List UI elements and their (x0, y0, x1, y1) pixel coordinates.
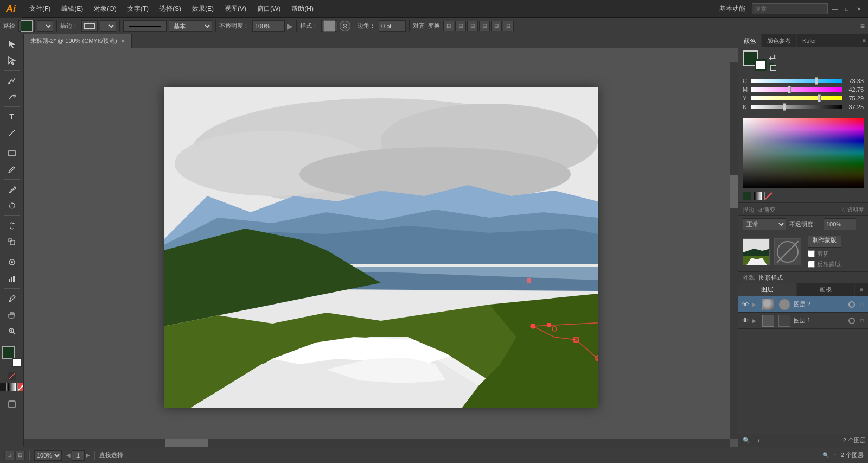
solid-fill-button[interactable] (743, 192, 751, 200)
opacity-up-icon[interactable]: ▶ (287, 22, 293, 30)
align-bottom-icon[interactable]: ⊟ (503, 21, 514, 31)
artboard-tool[interactable] (2, 396, 22, 411)
gradient-sub-tab[interactable]: ◁ 渐变 (758, 206, 775, 214)
gradient-fill-button[interactable] (754, 192, 762, 200)
layer-2-expand-icon[interactable]: ▶ (752, 302, 759, 307)
menu-view[interactable]: 视图(V) (219, 0, 252, 18)
rectangle-tool[interactable] (2, 145, 22, 161)
make-mask-button[interactable]: 制作蒙版 (808, 236, 841, 248)
cyan-track[interactable] (751, 79, 842, 83)
none-fill-button[interactable] (764, 192, 773, 200)
yellow-thumb[interactable] (818, 94, 821, 102)
document-tab-active[interactable]: 未标题-2* @ 100% (CMYK/预览) ✕ (24, 34, 132, 48)
cyan-thumb[interactable] (815, 77, 818, 85)
direct-selection-tool[interactable] (2, 53, 22, 68)
layer-1-expand-icon[interactable]: ▶ (752, 318, 759, 324)
color-spectrum[interactable] (743, 118, 864, 188)
lasso-tool[interactable] (2, 198, 22, 213)
menu-text[interactable]: 文字(T) (122, 0, 154, 18)
layer-row-2[interactable]: 👁 ▶ 图层 2 □ (738, 296, 868, 313)
align-middle-icon[interactable]: ⊟ (491, 21, 502, 31)
symbol-tool[interactable] (2, 255, 22, 270)
zoom-select[interactable]: 100% (34, 450, 62, 461)
magenta-track[interactable] (751, 87, 842, 92)
layer-1-lock-icon[interactable]: □ (858, 317, 866, 325)
layers-find-icon[interactable]: 🔍 (741, 437, 752, 444)
new-layer-icon[interactable]: + (755, 437, 762, 444)
layer-1-target-icon[interactable] (848, 318, 855, 324)
vertical-scrollbar[interactable] (730, 62, 738, 439)
eyedropper-tool[interactable] (2, 291, 22, 306)
horizontal-scrollbar-thumb[interactable] (165, 439, 208, 447)
black-track[interactable] (751, 105, 842, 109)
layers-tab[interactable]: 图层 (738, 283, 797, 296)
panel-menu-icon[interactable]: ≡ (863, 37, 866, 43)
kuler-tab[interactable]: Kuler (797, 34, 822, 47)
align-top-icon[interactable]: ⊟ (479, 21, 490, 31)
color-tab[interactable]: 颜色 (738, 34, 762, 47)
menu-edit[interactable]: 编辑(E) (56, 0, 88, 18)
yellow-track[interactable] (751, 96, 842, 100)
vertical-scrollbar-thumb[interactable] (730, 175, 738, 208)
statusbar-icon-1[interactable]: □ (4, 451, 14, 460)
selection-tool[interactable] (2, 36, 22, 52)
menu-file[interactable]: 文件(F) (24, 0, 56, 18)
stroke-color-button[interactable] (81, 20, 98, 32)
horizontal-scrollbar[interactable] (24, 439, 730, 447)
corner-input[interactable] (379, 20, 406, 32)
search-input[interactable] (752, 3, 828, 14)
opacity-value-input[interactable] (824, 218, 856, 230)
reset-colors-icon[interactable] (769, 63, 776, 71)
zoom-tool[interactable] (2, 324, 22, 339)
none-fill-icon[interactable] (17, 383, 24, 391)
layer-1-visibility-icon[interactable]: 👁 (741, 316, 750, 326)
black-thumb[interactable] (783, 103, 786, 111)
line-tool[interactable] (2, 125, 22, 141)
statusbar-icon-2[interactable]: ⊟ (15, 451, 25, 460)
align-left-icon[interactable]: ⊟ (443, 21, 454, 31)
fill-color-swatch[interactable] (2, 346, 15, 359)
pen-tool[interactable] (2, 73, 22, 88)
swap-colors-icon[interactable]: ⇄ (769, 52, 776, 62)
gradient-icon[interactable] (8, 383, 16, 391)
clip-checkbox[interactable] (808, 250, 815, 257)
column-graph-tool[interactable] (2, 271, 22, 286)
curvature-tool[interactable] (2, 89, 22, 104)
layer-2-lock-icon[interactable]: □ (858, 301, 866, 308)
statusbar-layers-icon[interactable]: ≡ (833, 452, 837, 458)
next-page-icon[interactable]: ▶ (86, 452, 90, 458)
layer-row-1[interactable]: 👁 ▶ 图层 1 □ (738, 313, 868, 329)
stroke-type-select[interactable] (100, 20, 116, 32)
prev-page-icon[interactable]: ◀ (66, 452, 71, 458)
color-guide-tab[interactable]: 颜色参考 (762, 34, 797, 47)
opacity-input[interactable] (252, 20, 285, 32)
stroke-sub-tab[interactable]: 描边 (743, 206, 755, 214)
stroke-style-select[interactable]: 基本 (169, 20, 212, 32)
fill-type-select[interactable]: ⊘ (37, 20, 53, 32)
menu-select[interactable]: 选择(S) (154, 0, 187, 18)
paintbrush-tool[interactable] (2, 182, 22, 197)
type-tool[interactable]: T (2, 109, 22, 124)
stroke-indicator[interactable] (755, 59, 767, 71)
style-display[interactable] (321, 20, 337, 32)
none-icon[interactable] (8, 372, 16, 380)
rotate-tool[interactable] (2, 218, 22, 233)
mask-thumbnail-1[interactable] (743, 238, 770, 265)
pencil-tool[interactable] (2, 162, 22, 177)
layer-2-target-icon[interactable] (848, 301, 855, 308)
menu-help[interactable]: 帮助(H) (286, 0, 319, 18)
style-options-button[interactable]: ⊙ (340, 21, 350, 31)
align-center-icon[interactable]: ⊟ (455, 21, 466, 31)
graphic-styles-sub-tab[interactable]: 图形样式 (759, 274, 783, 282)
mask-thumbnail-2[interactable] (774, 238, 801, 265)
menu-object[interactable]: 对象(O) (88, 0, 122, 18)
statusbar-search-icon[interactable]: 🔍 (822, 452, 829, 458)
align-right-icon[interactable]: ⊟ (467, 21, 478, 31)
blend-mode-select[interactable]: 正常 (743, 218, 786, 230)
scale-tool[interactable] (2, 234, 22, 250)
artboards-tab[interactable]: 画板 (797, 283, 856, 296)
workspace-selector[interactable]: 基本功能 (715, 3, 750, 15)
close-button[interactable]: ✕ (854, 4, 864, 14)
layers-menu-icon[interactable]: ≡ (855, 283, 868, 296)
tab-close-icon[interactable]: ✕ (120, 38, 125, 44)
